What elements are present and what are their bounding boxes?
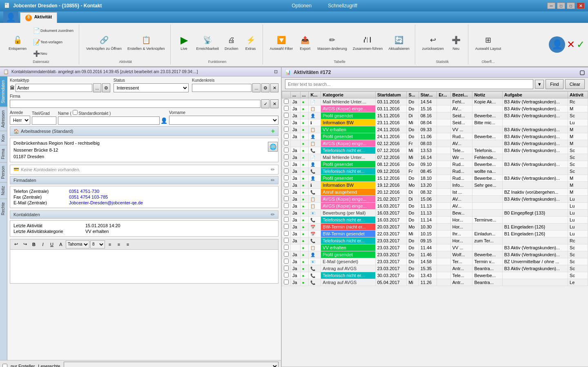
table-row[interactable]: Ja ● 📄 Mail fehlende Unter... 07.12.2016… [282,154,588,161]
row-checkbox[interactable] [284,175,289,180]
btn-auswahl-layout[interactable]: ⊞ Auswahl Layout [473,32,503,52]
status-select[interactable]: Interessent [114,83,189,92]
row-checkbox-cell[interactable] [282,119,291,126]
tab-aktivitaet[interactable]: 8 Aktivität [20,12,57,23]
table-row[interactable]: Ja ● 👤 Profil gesendet 24.11.2016 Do 11.… [282,133,588,140]
row-checkbox[interactable] [284,134,289,139]
clear-button[interactable]: Clear [565,79,585,89]
row-checkbox-cell[interactable] [282,112,291,119]
minimize-button[interactable]: ─ [547,2,555,9]
vorname-select[interactable] [169,116,278,125]
btn-erstellen[interactable]: 📋 Erstellen & Verknüpfen [125,32,167,52]
nur-ersteller-checkbox[interactable] [2,364,7,367]
maximize-button[interactable]: □ [567,2,575,9]
dropdown-btn[interactable]: ▼ [535,80,544,89]
bold-btn[interactable]: B [30,240,38,248]
note-textarea[interactable] [10,250,278,282]
name-input[interactable] [58,116,160,125]
kundenkreis-btn2[interactable]: ⚙ [261,83,270,92]
redo-btn[interactable]: ↪ [21,240,29,248]
table-row[interactable]: Ja ● 📋 VV erhalten 24.11.2016 Do 09.33 V… [282,126,588,133]
fax-link[interactable]: 0351 4754 103-785 [69,195,108,199]
table-row[interactable]: Ja ● 📅 BW-Termin (nicht er... 20.03.2017… [282,224,588,230]
kundenkreis-btn3[interactable]: ✕ [270,83,278,92]
table-row[interactable]: Ja ● 📞 Telefonisch nicht er... 09.12.201… [282,168,588,175]
table-row[interactable]: Ja ● 👤 Profil gesendet 15.12.2016 Do 18.… [282,175,588,182]
expand-icon[interactable]: ⊡ [274,69,278,74]
table-row[interactable]: Ja ● 📞 Anruf ausgehend 20.12.2016 Di 08.… [282,189,588,196]
col-dot2[interactable]: ... [300,92,309,98]
leserechte-select[interactable] [64,362,278,367]
search-input[interactable] [285,79,533,89]
row-checkbox[interactable] [284,99,289,104]
sidenav-person[interactable]: Person [0,162,7,182]
sidenav-notiz[interactable]: Notiz [0,182,7,199]
btn-drucken[interactable]: 🖨 Drucken [223,32,241,52]
font-select[interactable]: Tahoma [66,240,89,248]
panel-expand-icon[interactable]: ▢ [579,69,585,76]
kontaktdaten-edit-icon[interactable]: ✏ [271,212,275,217]
row-checkbox-cell[interactable] [282,237,291,244]
row-checkbox[interactable] [284,168,289,173]
restore-button[interactable]: □ [557,2,565,9]
row-checkbox-cell[interactable] [282,196,291,203]
col-star[interactable]: Star... [419,92,437,98]
kontakttyp-input[interactable] [16,84,92,92]
btn-text-vorlagen[interactable]: 📝 Text-vorlagen [30,37,76,47]
table-row[interactable]: Ja ● 📋 AVGS (Kopie) einge... 21.02.2017 … [282,196,588,203]
row-checkbox[interactable] [284,148,289,152]
table-row[interactable]: Ja ● 📞 Telefonisch nicht er... 30.03.201… [282,272,588,279]
table-row[interactable]: Ja ● 📅 BW-Termin gesendet 22.03.2017 Mi … [282,230,588,237]
list-btn3[interactable]: ≡ [124,240,132,248]
row-checkbox-cell[interactable] [282,126,291,133]
table-row[interactable]: Ja ● 📋 AVGS (Kopie) einge... 03.11.2016 … [282,105,588,112]
row-checkbox[interactable] [284,189,289,194]
list-btn1[interactable]: ≡ [106,240,114,248]
row-checkbox-cell[interactable] [282,203,291,210]
row-checkbox-cell[interactable] [282,265,291,272]
confirm-icon[interactable]: ✓ [577,39,585,50]
row-checkbox-cell[interactable] [282,244,291,251]
cancel-icon[interactable]: ✕ [567,39,575,50]
konto-edit-icon[interactable]: ✏ [271,167,275,172]
row-checkbox[interactable] [284,252,289,257]
row-checkbox[interactable] [284,127,289,132]
table-row[interactable]: Ja ● 📞 Telefonisch nicht er... 07.12.201… [282,147,588,154]
btn-aktualisieren[interactable]: 🔄 Aktualisieren [386,32,412,52]
firmadaten-edit-icon[interactable]: ✏ [271,177,275,183]
btn-entsperren[interactable]: 🔓 Entsperren [7,32,29,52]
col-aufgabe[interactable]: Aufgabe [502,92,568,98]
row-checkbox-cell[interactable] [282,154,291,161]
row-checkbox-cell[interactable] [282,217,291,224]
menu-schnellzugriff[interactable]: Schnellzugriff [328,3,357,9]
btn-extras[interactable]: ⚡ Extras [242,32,259,52]
color-btn[interactable]: A [57,240,65,248]
firma-input[interactable]: Jobcenter Dresden [10,100,261,108]
row-checkbox-cell[interactable] [282,168,291,175]
row-checkbox-cell[interactable] [282,279,291,286]
italic-btn[interactable]: I [39,240,47,248]
table-row[interactable]: Ja ● ℹ Information BW 19.12.2016 Mo 13.2… [282,182,588,189]
btn-erreichbarkeit[interactable]: 📡 Erreichbarkeit [194,32,221,52]
col-dot1[interactable]: ... [291,92,301,98]
row-checkbox[interactable] [284,224,289,229]
standardkontakt-checkbox[interactable] [73,110,78,115]
row-checkbox-cell[interactable] [282,251,291,258]
btn-massen-aenderung[interactable]: ✏ Massen-änderung [315,32,349,52]
table-row[interactable]: Ja ● 👤 Profil gesendet 23.03.2017 Do 11.… [282,251,588,258]
col-notiz[interactable]: Notiz [472,92,502,98]
row-checkbox[interactable] [284,273,289,277]
row-checkbox-cell[interactable] [282,147,291,154]
add-address-icon[interactable]: + [271,128,275,135]
close-button[interactable]: ✕ [577,2,585,9]
row-checkbox[interactable] [284,154,289,159]
menu-optionen[interactable]: Optionen [292,3,312,9]
table-row[interactable]: Ja ● 📧 Bewerbung (per Mail) 16.03.2017 D… [282,210,588,217]
sidenav-adressen[interactable]: Adressen [0,107,7,131]
btn-export[interactable]: 📤 Export [296,32,314,52]
row-checkbox[interactable] [284,182,289,187]
email-link[interactable]: Jobcenter-Dresden@jobcenter-qe.de [69,200,143,205]
table-row[interactable]: Ja ● 📞 Telefonisch nicht er... 23.03.201… [282,237,588,244]
row-checkbox-cell[interactable] [282,161,291,168]
row-checkbox[interactable] [284,245,289,250]
